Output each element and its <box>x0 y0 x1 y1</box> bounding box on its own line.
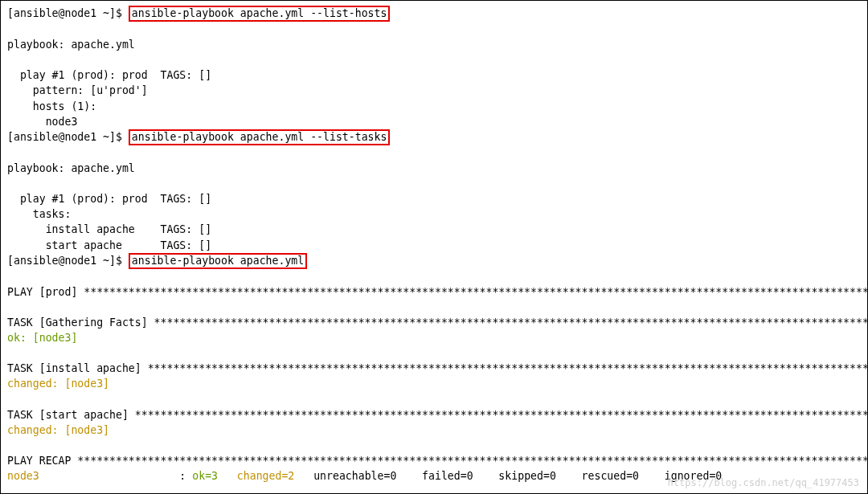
play-header: PLAY [prod] ****************************… <box>7 284 861 300</box>
text-line: playbook: apache.yml <box>7 161 861 176</box>
shell-prompt: [ansible@node1 ~]$ <box>7 255 129 267</box>
text-line: install apache TAGS: [] <box>7 222 861 237</box>
text-line: start apache TAGS: [] <box>7 238 861 253</box>
cmd-list-tasks: ansible-playbook apache.yml --list-tasks <box>129 129 391 145</box>
recap-ok: ok=3 <box>192 470 237 482</box>
recap-changed: changed=2 <box>237 470 313 482</box>
recap-host: node3 <box>7 470 39 482</box>
shell-prompt: [ansible@node1 ~]$ <box>7 131 129 143</box>
text-line: play #1 (prod): prod TAGS: [] <box>7 191 861 206</box>
shell-prompt: [ansible@node1 ~]$ <box>7 7 129 19</box>
text-line: pattern: [u'prod'] <box>7 83 861 98</box>
terminal-output[interactable]: [ansible@node1 ~]$ ansible-playbook apac… <box>1 1 867 484</box>
ok-status: ok: [node3] <box>7 330 861 345</box>
text-line: hosts (1): <box>7 99 861 114</box>
text-line: node3 <box>7 114 861 129</box>
text-line: playbook: apache.yml <box>7 37 861 52</box>
cmd-run-playbook: ansible-playbook apache.yml <box>129 253 307 269</box>
changed-status: changed: [node3] <box>7 423 861 438</box>
cmd-list-hosts: ansible-playbook apache.yml --list-hosts <box>129 6 391 22</box>
task-header: TASK [start apache] ********************… <box>7 407 861 423</box>
text-line: tasks: <box>7 206 861 222</box>
changed-status: changed: [node3] <box>7 376 861 391</box>
recap-rest: unreachable=0 failed=0 skipped=0 rescued… <box>313 470 741 482</box>
task-header: TASK [Gathering Facts] *****************… <box>7 315 861 330</box>
recap-header: PLAY RECAP *****************************… <box>7 453 861 468</box>
task-header: TASK [install apache] ******************… <box>7 361 861 376</box>
recap-line: node3 : ok=3 changed=2 unreachable=0 fai… <box>7 468 861 484</box>
text-line: play #1 (prod): prod TAGS: [] <box>7 67 861 83</box>
